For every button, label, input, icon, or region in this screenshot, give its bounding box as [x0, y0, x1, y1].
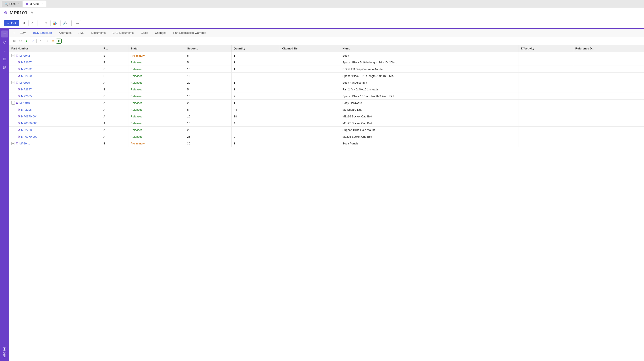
cell-rev: C	[101, 93, 128, 100]
cell-part-number: ⚙MP2295	[9, 106, 101, 113]
tab-part-submission-warrants[interactable]: Part Submission Warrants	[170, 29, 210, 37]
tab-cad-documents[interactable]: CAD Documents	[109, 29, 137, 37]
tab-documents[interactable]: Documents	[88, 29, 109, 37]
content-area: ☰ ⬡ ≡ ▤ 🖼 MP0101 ‹ BOM BOM Structure Alt…	[0, 29, 644, 361]
part-number-label[interactable]: MP2941	[19, 142, 30, 145]
tab-parts-close[interactable]: ✕	[18, 3, 20, 6]
col-sequence: Seque...	[185, 45, 231, 52]
part-number-label[interactable]: MP2660	[21, 74, 32, 78]
cell-part-number: ⚙MP2667	[9, 59, 101, 66]
table-row: ⚙MP2322CReleased101RGB LED Strip Common …	[9, 66, 644, 73]
refresh-bom-button[interactable]: ⟳	[30, 38, 36, 44]
collapse-button[interactable]: ‹	[12, 29, 16, 37]
part-number-label[interactable]: MP2685	[21, 95, 32, 98]
main-toolbar: ✏ Edit ↺ ↩ ⋮⊞ 📊 ▾ 🔗 ▾ •••	[0, 18, 644, 29]
tab-mp0101-label: MP0101	[30, 3, 40, 6]
columns-button[interactable]: ⊞	[12, 38, 17, 44]
bom-toolbar: ⊞ ⚙ ➤ ⟳ ⤵ ↻ X	[9, 37, 644, 45]
expand-button[interactable]: +	[11, 54, 15, 57]
col-claimed-by: Claimed By	[280, 45, 340, 52]
refresh-button[interactable]: ↺	[21, 20, 27, 26]
excel-button[interactable]: X	[56, 39, 62, 44]
part-number-label[interactable]: MP2942	[19, 54, 30, 57]
cell-name: Spacer Black 5-16 in length .14in ID .25…	[340, 59, 518, 66]
tab-bom[interactable]: BOM	[16, 29, 30, 37]
tab-alternates[interactable]: Alternates	[55, 29, 75, 37]
part-gear-icon: ⚙	[18, 67, 20, 71]
more-icon: •••	[76, 21, 79, 25]
expand-button[interactable]: −	[11, 81, 15, 84]
col-quantity: Quantity	[231, 45, 280, 52]
cell-claimed-by	[280, 140, 340, 147]
cell-name: Spacer Black 16.5mm length 3.2mm ID 7...	[340, 93, 518, 100]
tab-parts-label: Parts	[9, 3, 16, 6]
sidebar-icon-menu[interactable]: ☰	[1, 31, 8, 38]
cell-quantity: 4	[231, 120, 280, 127]
edit-button[interactable]: ✏ Edit	[4, 20, 19, 26]
cell-claimed-by	[280, 113, 340, 120]
part-number-label[interactable]: MP0370-008	[21, 135, 37, 138]
tab-mp0101-close[interactable]: ✕	[42, 3, 44, 6]
undo-icon: ↩	[30, 21, 33, 25]
part-gear-icon: ⚙	[16, 101, 18, 105]
cell-sequence: 5	[185, 86, 231, 93]
tab-aml[interactable]: AML	[75, 29, 88, 37]
part-number-label[interactable]: MP0370-006	[21, 122, 37, 125]
structure-button[interactable]: ⋮⊞	[40, 20, 49, 26]
depth-input[interactable]	[36, 39, 44, 43]
share-dropdown-icon: ▾	[66, 22, 67, 25]
col-effectivity: Effectivity	[518, 45, 573, 52]
tab-mp0101[interactable]: ⚙ MP0101 ✕	[23, 1, 46, 7]
cell-reference-d	[573, 59, 644, 66]
cell-effectivity	[518, 100, 573, 106]
part-number-label[interactable]: MP2295	[21, 108, 32, 111]
cell-effectivity	[518, 73, 573, 79]
cell-quantity: 44	[231, 106, 280, 113]
tab-goals[interactable]: Goals	[137, 29, 152, 37]
sidebar-icon-hex[interactable]: ⬡	[1, 39, 8, 46]
table-row: ⚙MP0370-004AReleased1038M3x16 Socket Cap…	[9, 113, 644, 120]
cell-name: M3 Square Nut	[340, 106, 518, 113]
expand-button[interactable]: +	[11, 142, 15, 145]
part-number-label[interactable]: MP2939	[19, 81, 30, 84]
depth-options-button[interactable]: ⤵	[45, 38, 49, 44]
add-child-button[interactable]: ➤	[24, 38, 30, 44]
sync-button[interactable]: ↻	[50, 38, 55, 44]
tab-changes[interactable]: Changes	[152, 29, 170, 37]
sidebar-icon-image[interactable]: 🖼	[1, 64, 8, 71]
cell-reference-d	[573, 100, 644, 106]
sidebar-icon-list[interactable]: ≡	[1, 47, 8, 54]
cell-rev: A	[101, 120, 128, 127]
cell-quantity: 1	[231, 86, 280, 93]
part-number-label[interactable]: MP2728	[21, 128, 32, 132]
cell-sequence: 10	[185, 113, 231, 120]
part-number-label[interactable]: MP2940	[19, 101, 30, 105]
expand-button[interactable]: −	[11, 101, 15, 105]
tab-parts[interactable]: 🔍 Parts ✕	[2, 1, 22, 7]
sidebar-icon-grid[interactable]: ▤	[1, 55, 8, 62]
part-number-label[interactable]: MP2667	[21, 61, 32, 64]
undo-button[interactable]: ↩	[28, 20, 35, 26]
part-number-label[interactable]: MP2347	[21, 88, 32, 91]
chart-button[interactable]: 📊 ▾	[50, 20, 59, 26]
share-button[interactable]: 🔗 ▾	[60, 20, 69, 26]
cell-effectivity	[518, 120, 573, 127]
filter-button[interactable]: ⚙	[18, 38, 23, 44]
tab-bom-structure[interactable]: BOM Structure	[30, 29, 55, 37]
cell-state: Released	[128, 113, 185, 120]
cell-sequence: 10	[185, 66, 231, 73]
table-row: ⚙MP0370-008AReleased252M3x35 Socket Cap …	[9, 133, 644, 140]
cell-claimed-by	[280, 59, 340, 66]
columns-icon: ⊞	[13, 39, 16, 43]
part-number-label[interactable]: MP0370-004	[21, 115, 37, 118]
table-row: +⚙MP2941BPreliminary301Body Panels	[9, 140, 644, 147]
cell-name: Body Fan Assembly	[340, 79, 518, 86]
cell-reference-d	[573, 66, 644, 73]
cell-effectivity	[518, 59, 573, 66]
cell-reference-d	[573, 106, 644, 113]
part-number-label[interactable]: MP2322	[21, 68, 32, 71]
cell-part-number: −⚙MP2939	[9, 79, 101, 86]
more-button[interactable]: •••	[74, 20, 81, 26]
cell-effectivity	[518, 127, 573, 133]
flag-icon[interactable]: ⚑	[30, 11, 34, 15]
